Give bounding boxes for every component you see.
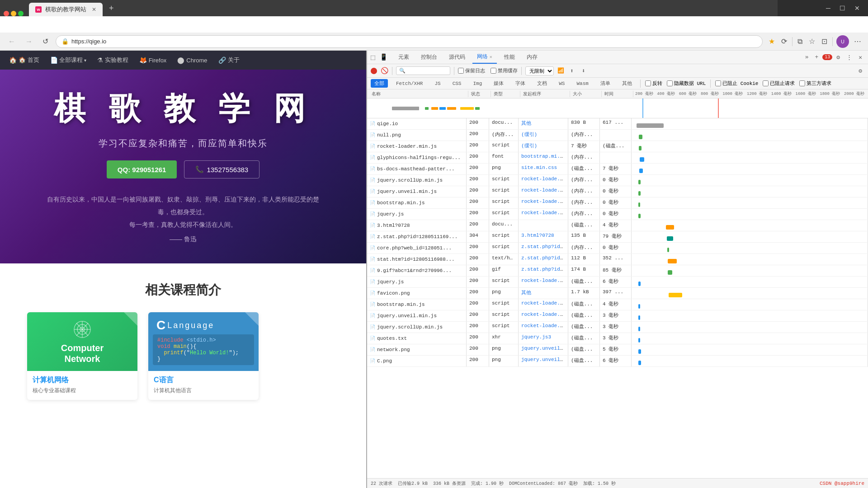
nav-chrome[interactable]: ⬤ Chrome xyxy=(177,56,207,64)
phone-button[interactable]: 📞 📞 13527556383 13527556383 xyxy=(184,160,259,178)
filter-doc[interactable]: 文档 xyxy=(533,79,551,88)
record-btn[interactable] xyxy=(371,68,377,74)
win-close-btn[interactable]: ✕ xyxy=(851,4,863,13)
filter-media[interactable]: 媒体 xyxy=(490,79,507,88)
course-card-network[interactable]: Computer Network 计算机网络 核心专业基础课程 xyxy=(27,312,137,400)
filter-search-box[interactable]: 🔍 xyxy=(396,66,450,75)
refresh-btn[interactable]: ↺ xyxy=(40,36,51,47)
network-table[interactable]: 📄 qige.io 200 docu... 其他 830 B 617 ... 📄… xyxy=(367,118,868,478)
nav-home[interactable]: 🏠 🏠 首页 xyxy=(9,56,39,64)
reverse-option[interactable]: 反转 xyxy=(645,80,662,87)
devtools-tab-network[interactable]: 网络✕ xyxy=(472,51,497,64)
nav-about[interactable]: 🔗 关于 xyxy=(218,56,240,64)
settings-cog-icon[interactable]: ⚙ xyxy=(856,66,864,75)
preserve-log-checkbox[interactable] xyxy=(458,68,464,74)
devtools-close-btn[interactable]: ✕ xyxy=(856,53,864,62)
devtools-device-icon[interactable]: 📱 xyxy=(380,53,387,61)
table-row[interactable]: 📄 bootstrap.min.js 200 script rocket-loa… xyxy=(367,299,868,310)
filter-all[interactable]: 全部 xyxy=(371,79,388,88)
filter-css[interactable]: CSS xyxy=(449,80,465,87)
active-tab[interactable]: W 棋歌的教学网站 ✕ xyxy=(29,3,103,16)
more-tabs-icon[interactable]: » xyxy=(803,53,811,61)
profile-avatar[interactable]: U xyxy=(836,35,849,48)
devtools-inspect-icon[interactable]: ⬚ xyxy=(371,53,375,62)
network-tab-close[interactable]: ✕ xyxy=(490,54,492,60)
settings-icon[interactable]: ⚙ xyxy=(834,53,842,62)
add-bookmark-icon[interactable]: ☆ xyxy=(807,36,816,47)
filter-img[interactable]: Img xyxy=(469,80,486,87)
bookmark-star-icon[interactable]: ★ xyxy=(767,36,776,47)
table-row[interactable]: 📄 jquery.js 200 script rocket-loade... (… xyxy=(367,209,868,220)
filter-js[interactable]: JS xyxy=(431,80,444,87)
devtools-tab-sources[interactable]: 源代码 xyxy=(444,51,470,64)
table-row[interactable]: 📄 jquery.unveil.min.js 200 script rocket… xyxy=(367,186,868,197)
filter-ws[interactable]: WS xyxy=(555,80,568,87)
add-panel-icon[interactable]: + xyxy=(813,53,821,61)
back-btn[interactable]: ← xyxy=(5,37,18,47)
win-maximize-btn[interactable]: ☐ xyxy=(836,4,849,13)
table-row[interactable]: 📄 null.png 200 (内存... (缓引) (内存... xyxy=(367,130,868,141)
table-row[interactable]: 📄 z.stat.php?id=1280511169... 304 script… xyxy=(367,231,868,243)
url-box[interactable]: 🔒 https://qige.io xyxy=(56,35,763,48)
table-row[interactable]: 📄 rocket-loader.min.js 200 script (缓引) 7… xyxy=(367,141,868,152)
blocked-requests-checkbox[interactable] xyxy=(763,80,769,86)
table-row[interactable]: 📄 jquery.js 200 script rocket-loade... (… xyxy=(367,277,868,288)
extensions-icon[interactable]: ⧉ xyxy=(796,36,804,47)
table-row[interactable]: 📄 9.gif?abc=1&rnd=270996... 200 gif z.st… xyxy=(367,265,868,277)
maximize-window-btn[interactable] xyxy=(18,11,24,16)
nav-firefox[interactable]: 🦊 Firefox xyxy=(139,56,167,64)
profile-sync-icon[interactable]: ⟳ xyxy=(780,36,788,47)
table-row[interactable]: 📄 bs-docs-masthead-patter... 200 png sit… xyxy=(367,164,868,175)
table-row[interactable]: 📄 glyphicons-halflings-regu... 200 font … xyxy=(367,152,868,164)
menu-btn[interactable]: ⋯ xyxy=(853,36,863,47)
filter-manifest[interactable]: 清单 xyxy=(597,79,614,88)
import-icon[interactable]: ⬆ xyxy=(568,66,576,75)
table-row[interactable]: 📄 bootstrap.min.js 200 script rocket-loa… xyxy=(367,197,868,209)
hide-data-url-checkbox[interactable] xyxy=(667,80,673,86)
preserve-log-option[interactable]: 保留日志 xyxy=(458,67,485,74)
third-party-option[interactable]: 第三方请求 xyxy=(799,80,831,87)
table-row[interactable]: 📄 core.php?web_id=128051... 200 script z… xyxy=(367,243,868,254)
filter-wasm[interactable]: Wasm xyxy=(573,80,592,87)
win-minimize-btn[interactable]: ─ xyxy=(822,4,834,13)
nav-courses[interactable]: 📄 全部课程 ▾ xyxy=(50,56,86,64)
focus-icon[interactable]: ⋮ xyxy=(844,53,854,62)
filter-input[interactable] xyxy=(407,68,443,74)
filter-font[interactable]: 字体 xyxy=(512,79,529,88)
table-row[interactable]: 📄 favicon.png 200 png 其他 1.7 kB 397 ... xyxy=(367,288,868,299)
table-row[interactable]: 📄 jquery.scrollUp.min.js 200 script rock… xyxy=(367,175,868,186)
close-window-btn[interactable] xyxy=(4,11,9,16)
filter-other[interactable]: 其他 xyxy=(618,79,636,88)
export-icon[interactable]: ⬇ xyxy=(580,66,588,75)
devtools-tab-console[interactable]: 控制台 xyxy=(416,51,442,64)
disable-cache-option[interactable]: 禁用缓存 xyxy=(491,67,518,74)
blocked-requests-option[interactable]: 已阻止请求 xyxy=(763,80,795,87)
table-row[interactable]: 📄 jquery.scrollUp.min.js 200 script rock… xyxy=(367,322,868,333)
hide-data-url-option[interactable]: 隐藏数据 URL xyxy=(667,80,706,87)
blocked-cookies-checkbox[interactable] xyxy=(715,80,721,86)
table-row[interactable]: 📄 C.png 200 png jquery.unveil... (磁盘... … xyxy=(367,356,868,367)
share-icon[interactable]: ⊡ xyxy=(820,36,829,47)
qq-button[interactable]: QQ: 929051261 xyxy=(107,160,177,178)
table-row[interactable]: 📄 qige.io 200 docu... 其他 830 B 617 ... xyxy=(367,118,868,130)
table-row[interactable]: 📄 quotes.txt 200 xhr jquery.js3 (磁盘... 3… xyxy=(367,333,868,344)
devtools-tab-elements[interactable]: 元素 xyxy=(394,51,414,64)
filter-fetch-xhr[interactable]: Fetch/XHR xyxy=(392,80,426,87)
throttle-select[interactable]: 无限制 xyxy=(525,66,554,75)
clear-btn[interactable]: 🚫 xyxy=(381,67,388,75)
course-card-c[interactable]: C Language #include <stdio.h> void main(… xyxy=(148,312,259,400)
minimize-window-btn[interactable] xyxy=(11,11,16,16)
devtools-tab-performance[interactable]: 性能 xyxy=(500,51,519,64)
devtools-tab-memory[interactable]: 内存 xyxy=(522,51,542,64)
forward-btn[interactable]: → xyxy=(23,37,35,47)
tab-close-btn[interactable]: ✕ xyxy=(92,6,96,13)
table-row[interactable]: 📄 network.png 200 png jquery.unveil... (… xyxy=(367,344,868,356)
disable-cache-checkbox[interactable] xyxy=(491,68,496,74)
third-party-checkbox[interactable] xyxy=(799,80,805,86)
table-row[interactable]: 📄 stat.htm?id=12805116988... 200 text/h.… xyxy=(367,254,868,265)
table-row[interactable]: 📄 3.html?0728 200 docu... (磁盘... 4 毫秒 xyxy=(367,220,868,231)
nav-lab[interactable]: ⚗ 实验教程 xyxy=(97,56,128,64)
reverse-checkbox[interactable] xyxy=(645,80,651,86)
blocked-cookies-option[interactable]: 已阻止 Cookie xyxy=(715,80,758,87)
table-row[interactable]: 📄 jquery.unveil.min.js 200 script rocket… xyxy=(367,310,868,322)
